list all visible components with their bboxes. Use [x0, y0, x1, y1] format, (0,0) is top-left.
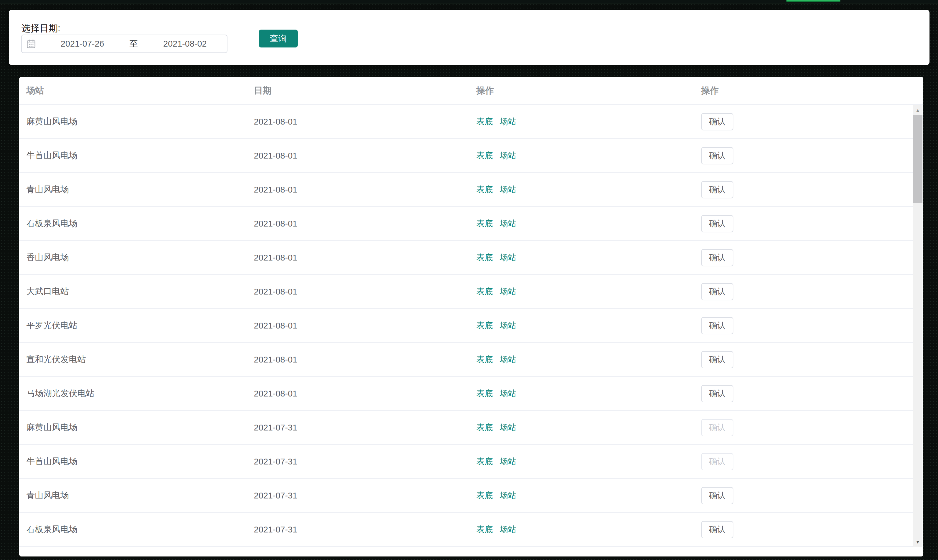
calendar-icon — [22, 39, 40, 49]
confirm-button[interactable]: 确认 — [701, 113, 733, 131]
station-cell: 牛首山风电场 — [19, 456, 247, 468]
meter-reading-link[interactable]: 表底 — [476, 422, 493, 433]
station-cell: 香山风电场 — [19, 252, 247, 263]
date-cell: 2021-07-31 — [247, 423, 469, 432]
confirm-button[interactable]: 确认 — [701, 351, 733, 368]
operation-confirm-cell: 确认 — [694, 453, 913, 470]
top-progress-bar — [787, 0, 840, 2]
confirm-button: 确认 — [701, 453, 733, 470]
operation-confirm-cell: 确认 — [694, 351, 913, 368]
operation-links-cell: 表底 场站 — [469, 524, 694, 535]
date-cell: 2021-08-01 — [247, 185, 469, 195]
station-link[interactable]: 场站 — [500, 388, 516, 399]
operation-links-cell: 表底 场站 — [469, 116, 694, 127]
meter-reading-link[interactable]: 表底 — [476, 354, 493, 365]
station-link[interactable]: 场站 — [500, 116, 516, 127]
station-link[interactable]: 场站 — [500, 286, 516, 297]
date-cell: 2021-07-31 — [247, 491, 469, 500]
station-link[interactable]: 场站 — [500, 184, 516, 195]
operation-links-cell: 表底 场站 — [469, 252, 694, 263]
station-cell: 宣和光伏发电站 — [19, 354, 247, 365]
meter-reading-link[interactable]: 表底 — [476, 456, 493, 467]
table-row: 香山风电场 2021-08-01 表底 场站 确认 — [19, 241, 913, 275]
confirm-button[interactable]: 确认 — [701, 317, 733, 334]
date-cell: 2021-08-01 — [247, 151, 469, 161]
table-body: 麻黄山风电场 2021-08-01 表底 场站 确认 牛首山风电场 2021-0… — [19, 105, 913, 547]
date-end-value[interactable]: 2021-08-02 — [143, 39, 227, 49]
operation-confirm-cell: 确认 — [694, 147, 913, 165]
confirm-button[interactable]: 确认 — [701, 147, 733, 165]
meter-reading-link[interactable]: 表底 — [476, 116, 493, 127]
meter-reading-link[interactable]: 表底 — [476, 490, 493, 501]
operation-confirm-cell: 确认 — [694, 181, 913, 198]
station-link[interactable]: 场站 — [500, 422, 516, 433]
meter-reading-link[interactable]: 表底 — [476, 184, 493, 195]
meter-reading-link[interactable]: 表底 — [476, 524, 493, 535]
station-cell: 平罗光伏电站 — [19, 320, 247, 331]
operation-confirm-cell: 确认 — [694, 283, 913, 300]
station-link[interactable]: 场站 — [500, 320, 516, 331]
confirm-button[interactable]: 确认 — [701, 385, 733, 402]
confirm-button[interactable]: 确认 — [701, 215, 733, 232]
date-cell: 2021-08-01 — [247, 253, 469, 263]
table-row: 青山风电场 2021-07-31 表底 场站 确认 — [19, 479, 913, 513]
operation-confirm-cell: 确认 — [694, 521, 913, 538]
date-start-value[interactable]: 2021-07-26 — [40, 39, 124, 49]
station-cell: 石板泉风电场 — [19, 524, 247, 535]
meter-reading-link[interactable]: 表底 — [476, 286, 493, 297]
confirm-button: 确认 — [701, 419, 733, 436]
operation-links-cell: 表底 场站 — [469, 184, 694, 195]
meter-reading-link[interactable]: 表底 — [476, 150, 493, 161]
table-row: 大武口电站 2021-08-01 表底 场站 确认 — [19, 275, 913, 309]
station-link[interactable]: 场站 — [500, 524, 516, 535]
operation-confirm-cell: 确认 — [694, 113, 913, 131]
meter-reading-link[interactable]: 表底 — [476, 320, 493, 331]
scroll-down-icon[interactable]: ▼ — [913, 537, 923, 547]
vertical-scrollbar[interactable]: ▲ ▼ — [913, 105, 923, 547]
confirm-button[interactable]: 确认 — [701, 249, 733, 266]
operation-links-cell: 表底 场站 — [469, 490, 694, 501]
station-link[interactable]: 场站 — [500, 354, 516, 365]
operation-links-cell: 表底 场站 — [469, 286, 694, 297]
operation-links-cell: 表底 场站 — [469, 218, 694, 229]
meter-reading-link[interactable]: 表底 — [476, 252, 493, 263]
station-link[interactable]: 场站 — [500, 252, 516, 263]
confirm-button[interactable]: 确认 — [701, 521, 733, 538]
date-filter-label: 选择日期: — [22, 23, 60, 34]
operation-confirm-cell: 确认 — [694, 249, 913, 266]
confirm-button[interactable]: 确认 — [701, 487, 733, 504]
table-header-row: 场站 日期 操作 操作 — [19, 77, 923, 105]
date-cell: 2021-08-01 — [247, 389, 469, 398]
operation-confirm-cell: 确认 — [694, 385, 913, 402]
date-cell: 2021-08-01 — [247, 287, 469, 297]
date-cell: 2021-07-31 — [247, 457, 469, 466]
station-link[interactable]: 场站 — [500, 218, 516, 229]
station-cell: 青山风电场 — [19, 184, 247, 195]
scroll-up-icon[interactable]: ▲ — [913, 105, 923, 115]
confirm-button[interactable]: 确认 — [701, 181, 733, 198]
station-link[interactable]: 场站 — [500, 490, 516, 501]
operation-links-cell: 表底 场站 — [469, 150, 694, 161]
station-cell: 麻黄山风电场 — [19, 422, 247, 434]
scrollbar-thumb[interactable] — [913, 115, 923, 203]
station-cell: 牛首山风电场 — [19, 150, 247, 162]
meter-reading-link[interactable]: 表底 — [476, 218, 493, 229]
date-range-separator: 至 — [124, 38, 143, 50]
operation-confirm-cell: 确认 — [694, 487, 913, 504]
table-row: 牛首山风电场 2021-07-31 表底 场站 确认 — [19, 445, 913, 479]
filter-panel: 选择日期: 2021-07-26 至 2021-08-02 查询 — [9, 10, 929, 65]
date-cell: 2021-08-01 — [247, 321, 469, 331]
query-button[interactable]: 查询 — [259, 29, 298, 48]
header-date: 日期 — [247, 85, 469, 97]
station-link[interactable]: 场站 — [500, 456, 516, 467]
station-cell: 石板泉风电场 — [19, 218, 247, 229]
operation-links-cell: 表底 场站 — [469, 354, 694, 365]
date-range-picker[interactable]: 2021-07-26 至 2021-08-02 — [21, 35, 228, 53]
meter-reading-link[interactable]: 表底 — [476, 388, 493, 399]
table-row: 石板泉风电场 2021-08-01 表底 场站 确认 — [19, 207, 913, 241]
data-table-panel: 场站 日期 操作 操作 麻黄山风电场 2021-08-01 表底 场站 确认 牛… — [19, 77, 923, 557]
confirm-button[interactable]: 确认 — [701, 283, 733, 300]
operation-links-cell: 表底 场站 — [469, 422, 694, 433]
station-link[interactable]: 场站 — [500, 150, 516, 161]
operation-confirm-cell: 确认 — [694, 215, 913, 232]
